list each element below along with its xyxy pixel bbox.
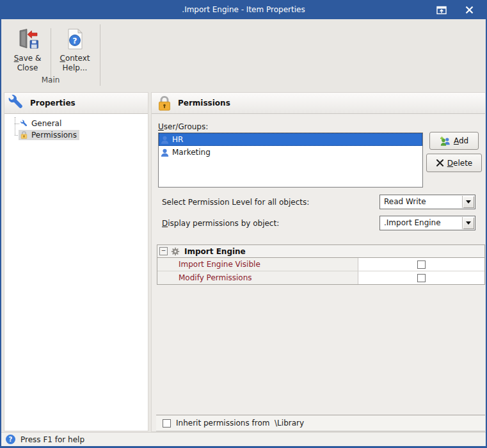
permissions-panel-header: Permissions — [152, 93, 485, 114]
wrench-icon — [7, 94, 25, 112]
add-button-label: Add — [454, 136, 468, 145]
permissions-panel-title: Permissions — [178, 99, 230, 108]
list-item-hr[interactable]: HR — [159, 133, 422, 146]
list-item-label: Marketing — [172, 148, 211, 157]
svg-text:?: ? — [72, 36, 77, 45]
lock-icon — [157, 95, 172, 112]
window-title: .Import Engine - Item Properties — [0, 5, 487, 14]
properties-panel-header: Properties — [4, 93, 148, 114]
tree-line — [15, 117, 15, 135]
gear-icon — [171, 247, 180, 256]
tree-item-label: Permissions — [31, 131, 77, 140]
ribbon-separator — [100, 24, 100, 86]
help-question-glyph: ? — [9, 436, 13, 443]
add-user-icon — [440, 136, 451, 146]
modify-permissions-checkbox[interactable] — [417, 274, 426, 282]
user-groups-listbox[interactable]: HR Marketing — [158, 132, 423, 188]
context-help-label: Context Help... — [60, 54, 90, 73]
permissions-table: − Import Engine Import Engine Visible — [157, 244, 485, 285]
delete-button-label: Delete — [447, 159, 472, 168]
table-row-checkbox-cell — [358, 271, 484, 284]
dropdown-button[interactable] — [462, 217, 474, 229]
statusbar-text: Press F1 for help — [20, 435, 84, 444]
delete-x-icon — [436, 159, 444, 167]
inherit-permissions-row: Inherit permissions from \Library — [156, 415, 485, 431]
add-button[interactable]: Add — [429, 132, 479, 150]
save-close-button[interactable]: Save & Close — [8, 24, 47, 83]
ribbon: Save & Close ? Context Help... Main — [1, 19, 486, 89]
permission-level-label: Select Permission Level for all objects: — [162, 198, 309, 207]
tree-item-label: General — [31, 119, 61, 128]
permissions-panel: Permissions User/Groups: HR Marketing — [151, 92, 485, 432]
permissions-table-header: − Import Engine — [157, 245, 484, 258]
context-help-icon: ? — [64, 24, 86, 50]
display-by-label: Display permissions by object: — [162, 219, 279, 228]
help-circle-icon: ? — [6, 435, 15, 444]
inherit-permissions-checkbox[interactable] — [163, 419, 171, 428]
restore-window-button[interactable] — [435, 4, 449, 15]
table-row-label: Import Engine Visible — [157, 258, 358, 271]
list-item-marketing[interactable]: Marketing — [159, 146, 422, 159]
table-row: Import Engine Visible — [157, 258, 484, 271]
save-close-icon — [16, 24, 39, 50]
import-engine-visible-checkbox[interactable] — [417, 260, 426, 269]
wrench-icon — [20, 120, 28, 128]
tree-item-permissions[interactable]: Permissions — [19, 130, 79, 140]
table-row-checkbox-cell — [358, 258, 484, 271]
list-item-label: HR — [172, 135, 183, 144]
table-row: Modify Permissions — [157, 271, 484, 284]
restore-window-icon — [436, 6, 447, 15]
user-icon — [161, 136, 169, 144]
titlebar: .Import Engine - Item Properties — [0, 0, 487, 19]
properties-panel: Properties General Permissions — [4, 92, 148, 431]
delete-button[interactable]: Delete — [426, 154, 482, 172]
collapse-button[interactable]: − — [159, 247, 168, 255]
save-close-label: Save & Close — [14, 54, 42, 73]
dropdown-button[interactable] — [462, 196, 474, 208]
inherit-permissions-label: Inherit permissions from \Library — [176, 419, 304, 428]
ribbon-group-main: Main — [1, 76, 100, 84]
tree-item-general[interactable]: General — [19, 118, 64, 129]
context-help-button[interactable]: ? Context Help... — [55, 24, 95, 83]
permission-level-value: Read Write — [384, 197, 461, 206]
user-icon — [161, 148, 169, 157]
user-groups-label: User/Groups: — [158, 122, 208, 131]
close-icon — [465, 6, 474, 14]
chevron-down-icon — [466, 200, 471, 204]
statusbar: ? Press F1 for help — [1, 432, 486, 446]
permissions-table-title: Import Engine — [184, 247, 246, 256]
chevron-down-icon — [466, 221, 471, 225]
display-by-value: .Import Engine — [384, 218, 461, 227]
table-row-label: Modify Permissions — [157, 271, 358, 284]
properties-panel-title: Properties — [30, 99, 76, 108]
permission-level-select[interactable]: Read Write — [379, 195, 475, 209]
close-button[interactable] — [462, 4, 476, 15]
lock-icon — [20, 131, 28, 140]
display-by-select[interactable]: .Import Engine — [379, 216, 475, 230]
